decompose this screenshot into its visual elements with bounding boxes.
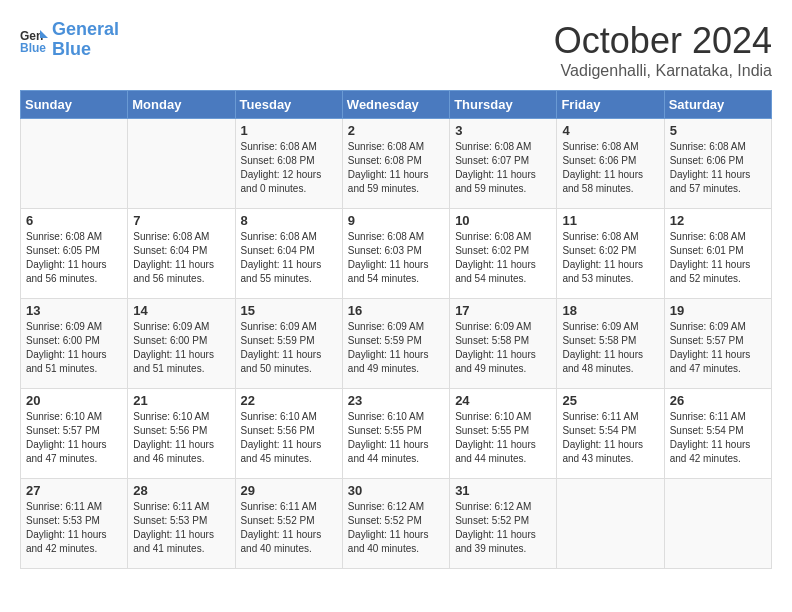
day-number: 9	[348, 213, 444, 228]
day-info: Sunrise: 6:08 AM Sunset: 6:03 PM Dayligh…	[348, 230, 444, 286]
day-info: Sunrise: 6:08 AM Sunset: 6:04 PM Dayligh…	[241, 230, 337, 286]
calendar-cell	[128, 119, 235, 209]
calendar-cell: 20Sunrise: 6:10 AM Sunset: 5:57 PM Dayli…	[21, 389, 128, 479]
calendar-cell: 22Sunrise: 6:10 AM Sunset: 5:56 PM Dayli…	[235, 389, 342, 479]
week-row-4: 20Sunrise: 6:10 AM Sunset: 5:57 PM Dayli…	[21, 389, 772, 479]
week-row-2: 6Sunrise: 6:08 AM Sunset: 6:05 PM Daylig…	[21, 209, 772, 299]
day-info: Sunrise: 6:09 AM Sunset: 5:58 PM Dayligh…	[562, 320, 658, 376]
calendar-cell: 30Sunrise: 6:12 AM Sunset: 5:52 PM Dayli…	[342, 479, 449, 569]
calendar-cell: 5Sunrise: 6:08 AM Sunset: 6:06 PM Daylig…	[664, 119, 771, 209]
day-number: 3	[455, 123, 551, 138]
day-info: Sunrise: 6:10 AM Sunset: 5:56 PM Dayligh…	[133, 410, 229, 466]
day-number: 18	[562, 303, 658, 318]
calendar-cell: 7Sunrise: 6:08 AM Sunset: 6:04 PM Daylig…	[128, 209, 235, 299]
weekday-header-saturday: Saturday	[664, 91, 771, 119]
week-row-5: 27Sunrise: 6:11 AM Sunset: 5:53 PM Dayli…	[21, 479, 772, 569]
calendar-cell: 23Sunrise: 6:10 AM Sunset: 5:55 PM Dayli…	[342, 389, 449, 479]
calendar-cell: 11Sunrise: 6:08 AM Sunset: 6:02 PM Dayli…	[557, 209, 664, 299]
day-info: Sunrise: 6:11 AM Sunset: 5:54 PM Dayligh…	[562, 410, 658, 466]
calendar-cell: 18Sunrise: 6:09 AM Sunset: 5:58 PM Dayli…	[557, 299, 664, 389]
calendar-cell: 4Sunrise: 6:08 AM Sunset: 6:06 PM Daylig…	[557, 119, 664, 209]
weekday-header-sunday: Sunday	[21, 91, 128, 119]
day-number: 15	[241, 303, 337, 318]
svg-text:Blue: Blue	[20, 41, 46, 54]
calendar-cell: 6Sunrise: 6:08 AM Sunset: 6:05 PM Daylig…	[21, 209, 128, 299]
calendar-cell: 24Sunrise: 6:10 AM Sunset: 5:55 PM Dayli…	[450, 389, 557, 479]
weekday-header-friday: Friday	[557, 91, 664, 119]
logo: Gen Blue GeneralBlue	[20, 20, 119, 60]
day-number: 2	[348, 123, 444, 138]
day-number: 1	[241, 123, 337, 138]
week-row-1: 1Sunrise: 6:08 AM Sunset: 6:08 PM Daylig…	[21, 119, 772, 209]
day-number: 31	[455, 483, 551, 498]
day-info: Sunrise: 6:08 AM Sunset: 6:08 PM Dayligh…	[348, 140, 444, 196]
day-info: Sunrise: 6:09 AM Sunset: 5:57 PM Dayligh…	[670, 320, 766, 376]
day-info: Sunrise: 6:10 AM Sunset: 5:56 PM Dayligh…	[241, 410, 337, 466]
day-info: Sunrise: 6:08 AM Sunset: 6:07 PM Dayligh…	[455, 140, 551, 196]
day-number: 14	[133, 303, 229, 318]
day-number: 30	[348, 483, 444, 498]
calendar-cell	[664, 479, 771, 569]
calendar-cell: 25Sunrise: 6:11 AM Sunset: 5:54 PM Dayli…	[557, 389, 664, 479]
calendar-cell	[557, 479, 664, 569]
day-info: Sunrise: 6:08 AM Sunset: 6:08 PM Dayligh…	[241, 140, 337, 196]
day-number: 7	[133, 213, 229, 228]
calendar-cell: 28Sunrise: 6:11 AM Sunset: 5:53 PM Dayli…	[128, 479, 235, 569]
day-number: 19	[670, 303, 766, 318]
day-number: 5	[670, 123, 766, 138]
title-block: October 2024 Vadigenhalli, Karnataka, In…	[554, 20, 772, 80]
day-number: 26	[670, 393, 766, 408]
day-info: Sunrise: 6:09 AM Sunset: 5:59 PM Dayligh…	[348, 320, 444, 376]
weekday-header-row: SundayMondayTuesdayWednesdayThursdayFrid…	[21, 91, 772, 119]
day-number: 25	[562, 393, 658, 408]
day-info: Sunrise: 6:09 AM Sunset: 5:58 PM Dayligh…	[455, 320, 551, 376]
day-info: Sunrise: 6:08 AM Sunset: 6:02 PM Dayligh…	[562, 230, 658, 286]
day-info: Sunrise: 6:11 AM Sunset: 5:54 PM Dayligh…	[670, 410, 766, 466]
day-info: Sunrise: 6:09 AM Sunset: 5:59 PM Dayligh…	[241, 320, 337, 376]
day-number: 12	[670, 213, 766, 228]
calendar-cell: 29Sunrise: 6:11 AM Sunset: 5:52 PM Dayli…	[235, 479, 342, 569]
calendar-cell: 3Sunrise: 6:08 AM Sunset: 6:07 PM Daylig…	[450, 119, 557, 209]
day-number: 11	[562, 213, 658, 228]
calendar-cell	[21, 119, 128, 209]
day-number: 4	[562, 123, 658, 138]
day-number: 29	[241, 483, 337, 498]
calendar-cell: 27Sunrise: 6:11 AM Sunset: 5:53 PM Dayli…	[21, 479, 128, 569]
week-row-3: 13Sunrise: 6:09 AM Sunset: 6:00 PM Dayli…	[21, 299, 772, 389]
calendar-cell: 19Sunrise: 6:09 AM Sunset: 5:57 PM Dayli…	[664, 299, 771, 389]
calendar-cell: 21Sunrise: 6:10 AM Sunset: 5:56 PM Dayli…	[128, 389, 235, 479]
day-number: 28	[133, 483, 229, 498]
calendar-cell: 15Sunrise: 6:09 AM Sunset: 5:59 PM Dayli…	[235, 299, 342, 389]
day-info: Sunrise: 6:12 AM Sunset: 5:52 PM Dayligh…	[455, 500, 551, 556]
day-number: 23	[348, 393, 444, 408]
day-number: 8	[241, 213, 337, 228]
calendar-cell: 12Sunrise: 6:08 AM Sunset: 6:01 PM Dayli…	[664, 209, 771, 299]
weekday-header-thursday: Thursday	[450, 91, 557, 119]
calendar-cell: 31Sunrise: 6:12 AM Sunset: 5:52 PM Dayli…	[450, 479, 557, 569]
day-number: 22	[241, 393, 337, 408]
page-header: Gen Blue GeneralBlue October 2024 Vadige…	[20, 20, 772, 80]
day-info: Sunrise: 6:08 AM Sunset: 6:02 PM Dayligh…	[455, 230, 551, 286]
calendar-cell: 1Sunrise: 6:08 AM Sunset: 6:08 PM Daylig…	[235, 119, 342, 209]
day-number: 27	[26, 483, 122, 498]
calendar-cell: 10Sunrise: 6:08 AM Sunset: 6:02 PM Dayli…	[450, 209, 557, 299]
day-number: 13	[26, 303, 122, 318]
calendar-cell: 13Sunrise: 6:09 AM Sunset: 6:00 PM Dayli…	[21, 299, 128, 389]
day-info: Sunrise: 6:11 AM Sunset: 5:53 PM Dayligh…	[26, 500, 122, 556]
calendar-cell: 26Sunrise: 6:11 AM Sunset: 5:54 PM Dayli…	[664, 389, 771, 479]
day-info: Sunrise: 6:10 AM Sunset: 5:57 PM Dayligh…	[26, 410, 122, 466]
logo-text: GeneralBlue	[52, 20, 119, 60]
day-number: 17	[455, 303, 551, 318]
day-number: 10	[455, 213, 551, 228]
day-info: Sunrise: 6:08 AM Sunset: 6:06 PM Dayligh…	[670, 140, 766, 196]
weekday-header-tuesday: Tuesday	[235, 91, 342, 119]
calendar-cell: 9Sunrise: 6:08 AM Sunset: 6:03 PM Daylig…	[342, 209, 449, 299]
day-info: Sunrise: 6:10 AM Sunset: 5:55 PM Dayligh…	[455, 410, 551, 466]
day-info: Sunrise: 6:11 AM Sunset: 5:52 PM Dayligh…	[241, 500, 337, 556]
day-number: 20	[26, 393, 122, 408]
day-info: Sunrise: 6:08 AM Sunset: 6:01 PM Dayligh…	[670, 230, 766, 286]
day-info: Sunrise: 6:08 AM Sunset: 6:05 PM Dayligh…	[26, 230, 122, 286]
day-number: 24	[455, 393, 551, 408]
day-number: 6	[26, 213, 122, 228]
svg-marker-1	[40, 30, 48, 38]
